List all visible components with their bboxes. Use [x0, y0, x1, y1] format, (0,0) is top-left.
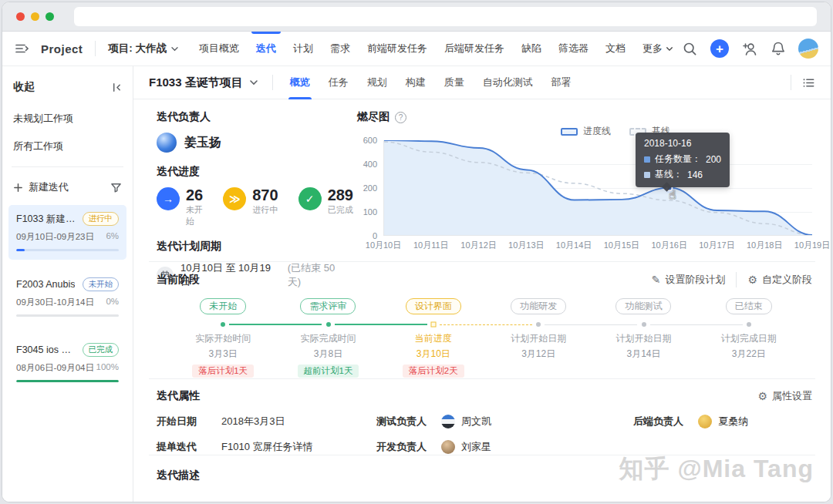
tab-active[interactable]: 概览 [290, 66, 310, 99]
collapse-sidebar-icon[interactable] [110, 82, 122, 93]
phase-time-label: 实际完成时间 [300, 332, 356, 345]
iteration-card[interactable]: F3045 ios 迭代已完成08月06日-09月04日100% [8, 336, 126, 391]
topnav-item[interactable]: 更多 [642, 32, 673, 66]
phase-connector [335, 324, 427, 325]
y-tick-label: 600 [363, 136, 377, 145]
browser-chrome [2, 2, 831, 32]
traffic-lights[interactable] [16, 12, 54, 21]
browser-window: Project 项目: 大作战 项目概览迭代计划需求前端研发任务后端研发任务缺陷… [2, 2, 831, 502]
new-iteration-button[interactable]: 新建迭代 [29, 180, 69, 194]
project-selector[interactable]: 项目: 大作战 [108, 42, 179, 55]
divider [12, 166, 123, 167]
address-bar[interactable] [74, 7, 817, 26]
customize-phase-button[interactable]: ⚙ 自定义阶段 [747, 273, 812, 287]
phases-title: 当前阶段 [157, 273, 200, 287]
divider [272, 75, 273, 90]
legend-progress-swatch [561, 128, 578, 136]
search-icon[interactable] [683, 42, 697, 56]
x-tick-label: 10月12日 [460, 240, 496, 251]
status-badge: 进行中 [83, 212, 120, 226]
tab-item[interactable]: 规划 [367, 66, 387, 99]
filter-icon[interactable] [110, 182, 122, 193]
phase-pill: 已结束 [726, 298, 772, 314]
period-label: 迭代计划周期 [157, 240, 351, 254]
maximize-window-icon[interactable] [46, 12, 54, 21]
topnav-item[interactable]: 后端研发任务 [444, 32, 504, 66]
phase-info: 当前进度3月10日落后计划2天 [381, 329, 486, 378]
attribute-value: 周文凯 [441, 415, 491, 428]
chevron-down-icon [666, 46, 673, 52]
phase-time-label: 当前进度 [415, 332, 452, 345]
iteration-card[interactable]: F1033 新建项...进行中09月10日-09月23日6% [8, 205, 126, 260]
attribute-label: 后端负责人 [633, 415, 698, 428]
iteration-card[interactable]: F2003 Anubis未开始09月30日-10月14日0% [8, 270, 126, 325]
gear-icon: ⚙ [747, 274, 757, 286]
phase-marker [221, 322, 225, 327]
attribute-value: F1010 宽屏任务详情 [221, 440, 312, 454]
avatar [157, 133, 177, 153]
x-tick-label: 10月13日 [508, 240, 544, 251]
progress-stat: ✓289已完成 [298, 187, 353, 227]
x-tick-label: 10月15日 [604, 240, 639, 251]
tab-item[interactable]: 部署 [551, 66, 572, 99]
minimize-window-icon[interactable] [31, 12, 39, 21]
attribute-value: 2018年3月3日 [221, 415, 285, 428]
sidebar-link[interactable]: 所有工作项 [2, 133, 133, 160]
topnav-item[interactable]: 需求 [330, 32, 350, 66]
arrow-right-icon: → [157, 187, 180, 210]
topnav-item[interactable]: 筛选器 [558, 32, 588, 66]
tab-item[interactable]: 任务 [329, 66, 349, 99]
app-logo: Project [41, 42, 83, 55]
iteration-title-selector[interactable]: F1033 圣诞节项目 [149, 76, 258, 90]
topnav-item[interactable]: 文档 [605, 32, 626, 66]
phase-connector [229, 324, 322, 325]
attributes-section: 迭代属性 ⚙ 属性设置 开始日期2018年3月3日测试负责人周文凯后端负责人夏桑… [133, 379, 831, 455]
notifications-icon[interactable] [771, 41, 785, 56]
phase-info: 计划完成日期3月22日 [696, 329, 801, 378]
create-icon[interactable]: + [710, 39, 729, 58]
topnav-item[interactable]: 项目概览 [199, 32, 239, 66]
check-icon: ✓ [298, 187, 322, 210]
attribute-field: 后端负责人夏桑纳 [633, 415, 812, 428]
phase-date: 3月10日 [416, 348, 450, 361]
stat-value: 870 [252, 187, 278, 203]
attribute-label: 开发负责人 [376, 440, 441, 454]
menu-icon[interactable] [15, 42, 30, 55]
chart-tooltip: 2018-10-16 任务数量：200 基线：146 [636, 133, 730, 187]
sidebar-link[interactable]: 未规划工作项 [2, 105, 133, 133]
x-axis: 10月10日10月11日10月12日10月13日10月14日10月15日10月1… [383, 240, 812, 254]
phase-info: 实际完成时间3月8日超前计划1天 [275, 329, 380, 378]
user-avatar[interactable] [798, 39, 818, 59]
overview-section: 迭代负责人 姜玉扬 迭代进度 →26未开始≫870进行中✓289已完成 迭代计划… [133, 99, 831, 261]
topnav-item[interactable]: 缺陷 [521, 32, 541, 66]
main-panel: F1033 圣诞节项目 概览任务规划构建质量自动化测试部署 迭代负责人 [133, 66, 831, 502]
set-phase-plan-button[interactable]: ✎ 设置阶段计划 [652, 273, 726, 287]
topnav-item[interactable]: 前端研发任务 [367, 32, 427, 66]
progress-stat: ≫870进行中 [223, 187, 278, 227]
phase-marker [430, 322, 436, 328]
phase-pill: 未开始 [200, 298, 246, 314]
attribute-label: 开始日期 [157, 415, 221, 428]
tab-item[interactable]: 构建 [406, 66, 426, 99]
top-navigation: 项目概览迭代计划需求前端研发任务后端研发任务缺陷筛选器文档更多 [199, 32, 673, 66]
tab-item[interactable]: 自动化测试 [483, 66, 533, 99]
description-title: 迭代描述 [157, 469, 200, 481]
gear-icon: ⚙ [757, 390, 767, 402]
phase-connector [545, 324, 637, 325]
invite-icon[interactable] [742, 42, 758, 56]
topnav-item[interactable]: 计划 [293, 32, 313, 66]
x-tick-label: 10月11日 [413, 240, 449, 251]
phase-pill: 需求评审 [300, 298, 356, 314]
app-header: Project 项目: 大作战 项目概览迭代计划需求前端研发任务后端研发任务缺陷… [2, 32, 831, 66]
list-view-icon[interactable] [802, 77, 815, 89]
tooltip-marker [644, 156, 650, 163]
progress-stat: →26未开始 [157, 187, 203, 227]
chart-legend: 进度线 基线 [388, 125, 831, 138]
attribute-settings-button[interactable]: ⚙ 属性设置 [757, 389, 812, 403]
close-window-icon[interactable] [16, 12, 25, 21]
iterations-sidebar: 收起 未规划工作项所有工作项 新建迭代 F1033 新建项...进行中09月10… [2, 66, 133, 502]
help-icon[interactable]: ? [395, 112, 406, 123]
y-axis: 6004002001000 [357, 140, 383, 236]
topnav-item[interactable]: 迭代 [256, 32, 276, 66]
tab-item[interactable]: 质量 [444, 66, 464, 99]
